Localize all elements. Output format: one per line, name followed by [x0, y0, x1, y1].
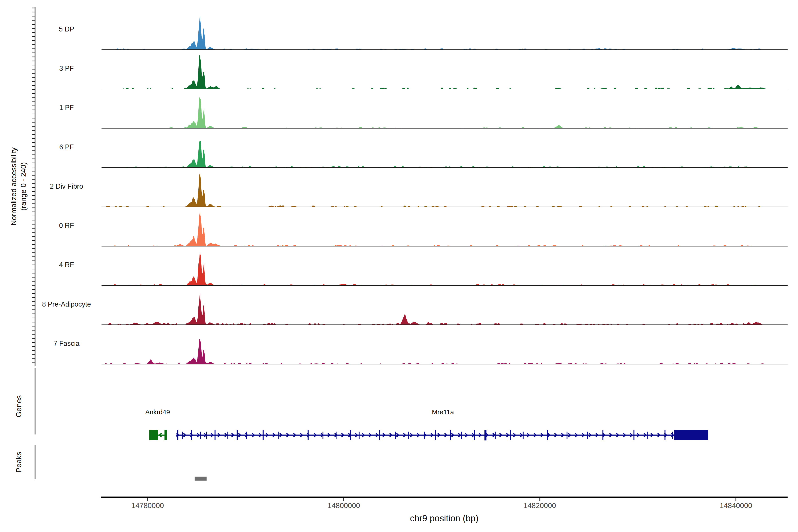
peaks-section-label: Peaks	[14, 422, 23, 502]
track-label-5-dp: 5 DP	[26, 25, 107, 34]
track-label-2-div-fibro: 2 Div Fibro	[26, 182, 107, 191]
track-label-1-pf: 1 PF	[26, 103, 107, 112]
track-label-7-fascia: 7 Fascia	[26, 339, 107, 348]
track-label-8-pre-adipocyte: 8 Pre-Adipocyte	[26, 300, 107, 309]
x-tick-label-14780000: 14780000	[110, 501, 185, 510]
gene-label-mre11a: Mre11a	[403, 408, 483, 416]
track-label-6-pf: 6 PF	[26, 143, 107, 152]
x-tick-label-14800000: 14800000	[306, 501, 381, 510]
x-axis-title: chr9 position (bp)	[356, 513, 533, 524]
genome-browser-figure: Normalized accessibility (range 0 - 240)…	[0, 0, 798, 532]
x-tick-label-14840000: 14840000	[698, 501, 774, 510]
track-label-4-rf: 4 RF	[26, 261, 107, 269]
track-label-0-rf: 0 RF	[26, 221, 107, 230]
x-tick-label-14820000: 14820000	[502, 501, 577, 510]
track-label-3-pf: 3 PF	[26, 64, 107, 73]
genome-browser-canvas	[0, 0, 798, 532]
y-axis-label: Normalized accessibility (range 0 - 240)	[9, 109, 28, 264]
y-axis-label-line1: Normalized accessibility	[9, 109, 19, 264]
gene-label-ankrd49: Ankrd49	[118, 408, 197, 416]
